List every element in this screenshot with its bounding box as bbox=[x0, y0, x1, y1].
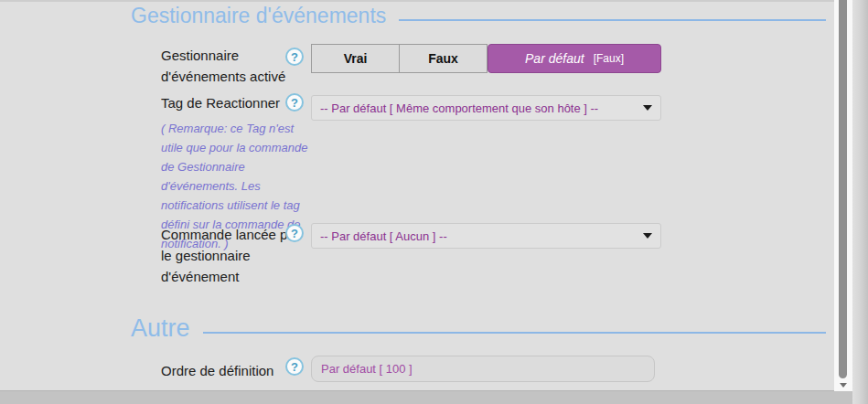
default-button-selected[interactable]: Par défaut [Faux] bbox=[488, 44, 661, 73]
event-handler-settings-page: Gestionnaire d'événements Gestionnaire d… bbox=[0, 0, 868, 404]
section-divider-line bbox=[399, 19, 826, 21]
help-icon[interactable]: ? bbox=[285, 93, 304, 112]
scroll-down-arrow-icon bbox=[840, 383, 847, 388]
help-icon[interactable]: ? bbox=[285, 48, 304, 66]
window-right-edge bbox=[852, 0, 868, 404]
scrollbar-thumb[interactable] bbox=[839, 0, 847, 378]
dropdown-arrow-icon bbox=[643, 233, 652, 239]
dropdown-arrow-icon bbox=[643, 105, 652, 111]
reaction-tag-select[interactable]: -- Par défaut [ Même comportement que so… bbox=[311, 95, 661, 121]
definition-order-input[interactable] bbox=[311, 356, 655, 382]
section-header-event-handler: Gestionnaire d'événements bbox=[131, 4, 826, 28]
question-mark-glyph: ? bbox=[291, 227, 298, 240]
question-mark-glyph: ? bbox=[291, 360, 298, 374]
true-button[interactable]: Vrai bbox=[311, 44, 400, 73]
handler-command-selected-option: -- Par défaut [ Aucun ] -- bbox=[320, 229, 447, 243]
question-mark-glyph: ? bbox=[291, 50, 298, 64]
bottom-status-bar bbox=[0, 390, 868, 404]
enabled-button-group: Vrai Faux Par défaut [Faux] bbox=[311, 44, 661, 73]
section-title-event-handler: Gestionnaire d'événements bbox=[131, 4, 386, 28]
scrollbar-down-button[interactable] bbox=[834, 379, 852, 391]
default-button-label: Par défaut bbox=[525, 51, 584, 66]
vertical-scrollbar[interactable] bbox=[834, 0, 852, 391]
reaction-tag-selected-option: -- Par défaut [ Même comportement que so… bbox=[320, 101, 598, 115]
section-header-other: Autre bbox=[131, 314, 826, 343]
question-mark-glyph: ? bbox=[291, 96, 298, 110]
top-divider bbox=[0, 0, 868, 2]
field-label-event-handler-enabled: Gestionnaire d'événements activé bbox=[161, 45, 305, 87]
help-icon[interactable]: ? bbox=[285, 357, 304, 376]
section-title-other: Autre bbox=[131, 314, 190, 343]
section-divider-line bbox=[203, 332, 826, 334]
help-icon[interactable]: ? bbox=[285, 224, 304, 242]
default-button-value: [Faux] bbox=[594, 52, 624, 65]
false-button[interactable]: Faux bbox=[400, 44, 488, 73]
handler-command-select[interactable]: -- Par défaut [ Aucun ] -- bbox=[311, 223, 661, 249]
